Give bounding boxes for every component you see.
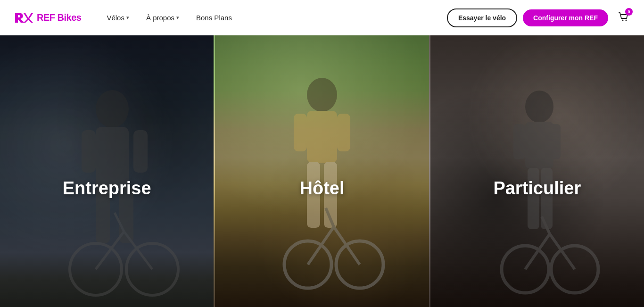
svg-rect-4: [82, 130, 96, 173]
nav-item-bonsplans[interactable]: Bons Plans: [190, 10, 239, 25]
svg-point-1: [626, 19, 627, 21]
cart-button[interactable]: 0: [618, 11, 630, 25]
logo-link[interactable]: REF Bikes: [14, 11, 81, 25]
nav-item-velos[interactable]: Vélos ▾: [100, 10, 136, 25]
svg-point-0: [622, 19, 624, 21]
logo-text: REF Bikes: [37, 12, 81, 23]
panel-label-entreprise: Entreprise: [63, 178, 151, 199]
hero-panel-entreprise[interactable]: Entreprise: [0, 35, 214, 307]
svg-rect-16: [294, 114, 307, 151]
hero-panel-hotel[interactable]: Hôtel: [214, 35, 429, 307]
svg-rect-17: [337, 114, 350, 151]
nav-links: Vélos ▾ À propos ▾ Bons Plans: [100, 10, 446, 25]
chevron-down-icon: ▾: [126, 15, 129, 21]
nav-bonsplans-label: Bons Plans: [196, 14, 232, 22]
nav-apropos-label: À propos: [146, 14, 174, 22]
svg-rect-28: [549, 124, 561, 159]
nav-item-apropos[interactable]: À propos ▾: [140, 10, 186, 25]
chevron-down-icon: ▾: [176, 15, 179, 21]
svg-rect-27: [513, 124, 525, 159]
hero-panel-particulier[interactable]: Particulier: [429, 35, 644, 307]
svg-point-2: [96, 90, 129, 128]
panel-label-particulier: Particulier: [493, 178, 581, 199]
panel-label-hotel: Hôtel: [299, 178, 344, 199]
nav-actions: Essayer le vélo Configurer mon REF 0: [447, 8, 630, 27]
svg-rect-15: [307, 111, 337, 163]
svg-line-34: [550, 234, 575, 269]
configurer-button[interactable]: Configurer mon REF: [523, 9, 608, 26]
hero-section: Entreprise Hôtel: [0, 35, 644, 307]
svg-point-25: [525, 91, 553, 123]
nav-velos-label: Vélos: [107, 14, 124, 22]
svg-point-14: [307, 78, 337, 112]
svg-rect-29: [528, 168, 539, 229]
logo-icon: [14, 11, 33, 25]
navbar: REF Bikes Vélos ▾ À propos ▾ Bons Plans …: [0, 0, 644, 35]
essayer-button[interactable]: Essayer le vélo: [447, 8, 517, 27]
cart-badge: 0: [625, 8, 633, 16]
svg-line-33: [525, 234, 550, 269]
svg-rect-5: [133, 130, 148, 173]
